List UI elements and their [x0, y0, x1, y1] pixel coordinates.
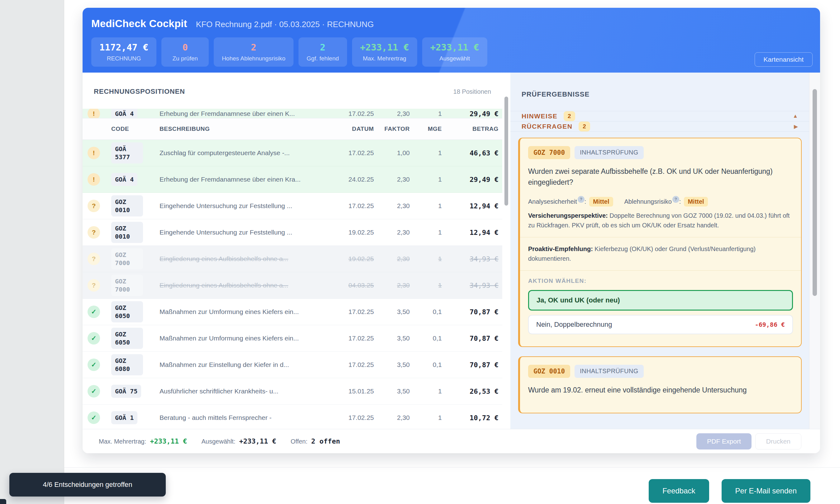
table-row[interactable]: ?GOZ 0010Eingehende Untersuchung zur Fes… [83, 193, 502, 219]
offen-label: Offen: [291, 438, 307, 445]
description-cell: Beratung - auch mittels Fernsprecher - [160, 414, 337, 421]
card-divider [520, 270, 801, 271]
status-cell: ✓ [88, 332, 111, 344]
factor-cell: 2,30 [374, 110, 410, 118]
table-row[interactable]: !GOÄ 5377Zuschlag für computergesteuerte… [83, 140, 502, 166]
table-row[interactable]: ✓GOZ 6080Maßnahmen zur Einstellung der K… [83, 352, 502, 378]
app-title: MediCheck Cockpit [91, 18, 187, 30]
status-cell: ? [88, 253, 111, 265]
table-row[interactable]: !GOÄ 4Erhebung der Fremdanamnese über ei… [83, 109, 502, 118]
amount-cell: 70,87 € [442, 361, 499, 369]
table-row[interactable]: ✓GOZ 6050Maßnahmen zur Umformung eines K… [83, 325, 502, 352]
results-title: PRÜFERGEBNISSE [522, 90, 590, 98]
description-cell: Erhebung der Fremdanamnese über einen K.… [160, 110, 337, 118]
results-sections: HINWEISE2▲RÜCKFRAGEN2▶ [511, 111, 809, 132]
factor-cell: 2,30 [374, 414, 410, 421]
cockpit-header: MediCheck Cockpit KFO Rechnung 2.pdf · 0… [83, 8, 820, 73]
feedback-button[interactable]: Feedback [649, 479, 709, 503]
code-badge: GOZ 7000 [111, 275, 143, 296]
positions-scrollbar-thumb[interactable] [504, 96, 508, 205]
tooltip-question-icon[interactable]: ? [578, 196, 585, 203]
table-row[interactable]: ?GOZ 0010Eingehende Untersuchung zur Fes… [83, 219, 502, 246]
option-label: Ja, OK und UK (oder neu) [537, 296, 620, 304]
table-row[interactable]: ✓GOÄ 75Ausführlicher schriftlicher Krank… [83, 378, 502, 404]
drucken-button[interactable]: Drucken [755, 433, 801, 449]
meta-value-badge: Mittel [589, 197, 613, 206]
code-cell: GOZ 7000 [111, 248, 160, 269]
table-row[interactable]: ✓GOZ 6050Maßnahmen zur Umformung eines K… [83, 299, 502, 325]
kartenansicht-toggle-button[interactable]: Kartenansicht [755, 52, 812, 67]
action-option-button[interactable]: Nein, Doppelberechnung-69,86 € [528, 315, 793, 334]
results-scrollbar-thumb[interactable] [812, 89, 817, 296]
partial-toast-corner [0, 499, 6, 504]
card-code-badge: GOZ 7000 [528, 146, 570, 159]
factor-cell: 3,50 [374, 308, 410, 316]
stat-value: 0 [169, 42, 201, 53]
section-label: RÜCKFRAGEN [522, 123, 572, 130]
description-cell: Maßnahmen zur Umformung eines Kiefers ei… [160, 308, 337, 316]
results-content: PRÜFERGEBNISSE HINWEISE2▲RÜCKFRAGEN2▶ GO… [511, 73, 809, 429]
positions-title: RECHNUNGSPOSITIONEN [94, 88, 185, 96]
insurance-perspective-text: Versicherungsperspektive: Doppelte Berec… [528, 211, 793, 230]
table-row[interactable]: ✓GOÄ 1Beratung - auch mittels Fernsprech… [83, 404, 502, 429]
description-cell: Maßnahmen zur Umformung eines Kiefers ei… [160, 335, 337, 342]
question-status-icon: ? [88, 226, 100, 239]
pruefung-card: GOZ 0010INHALTSPRÜFUNGWurde am 19.02. er… [518, 356, 802, 413]
column-amount: BETRAG [442, 126, 499, 132]
pdf-export-button[interactable]: PDF Export [696, 433, 751, 449]
action-option-button[interactable]: Ja, OK und UK (oder neu) [528, 290, 793, 310]
status-cell: ! [88, 173, 111, 186]
amount-cell: 29,49 € [442, 176, 499, 183]
results-scrollbar[interactable] [809, 73, 820, 429]
header-stat-card: 2Hohes Ablehnungsrisiko [214, 37, 293, 67]
table-row[interactable]: ?GOZ 7000Eingliederung eines Aufbissbehe… [83, 272, 502, 299]
date-cell: 15.01.25 [337, 388, 374, 395]
column-code: CODE [111, 126, 160, 132]
status-cell: ? [88, 226, 111, 239]
section-header-hinweise[interactable]: HINWEISE2▲ [511, 111, 809, 122]
qty-cell: 1 [410, 388, 442, 395]
positions-scrollbar[interactable] [502, 73, 511, 429]
qty-cell: 0,1 [410, 308, 442, 316]
check-status-icon: ✓ [88, 332, 100, 344]
section-count-badge: 2 [578, 122, 590, 131]
stat-value: 2 [307, 42, 339, 53]
section-label: HINWEISE [522, 112, 557, 120]
max-mehrertrag-stat: Max. Mehrertrag: +233,11 € [99, 437, 187, 445]
stat-value: +233,11 € [360, 42, 409, 53]
cockpit-body: RECHNUNGSPOSITIONEN 18 Positionen !GOÄ 4… [83, 73, 820, 429]
code-cell: GOÄ 5377 [111, 142, 160, 164]
question-status-icon: ? [88, 279, 100, 291]
header-stat-card: 0Zu prüfen [161, 37, 209, 67]
table-row[interactable]: !GOÄ 4Erhebung der Fremdanamnese über ei… [83, 166, 502, 193]
code-cell: GOZ 6050 [111, 328, 160, 349]
qty-cell: 1 [410, 229, 442, 236]
qty-cell: 0,1 [410, 335, 442, 342]
section-header-rückfragen[interactable]: RÜCKFRAGEN2▶ [511, 122, 809, 132]
recommendation-text: Proaktiv-Empfehlung: Kieferbezug (OK/UK)… [528, 244, 793, 264]
meta-colon: : [585, 198, 586, 205]
positions-header: RECHNUNGSPOSITIONEN 18 Positionen [83, 73, 502, 109]
offen-stat: Offen: 2 offen [291, 437, 340, 445]
table-row[interactable]: ?GOZ 7000Eingliederung eines Aufbissbehe… [83, 246, 502, 272]
tooltip-question-icon[interactable]: ? [673, 196, 679, 203]
column-description: BESCHREIBUNG [160, 126, 337, 132]
status-cell: ✓ [88, 359, 111, 371]
date-cell: 17.02.25 [337, 361, 374, 368]
code-badge: GOZ 6080 [111, 354, 143, 375]
table-header-row: CODE BESCHREIBUNG DATUM FAKTOR MGE BETRA… [83, 118, 502, 140]
card-badges: GOZ 7000INHALTSPRÜFUNG [528, 146, 793, 159]
check-status-icon: ✓ [88, 359, 100, 371]
code-badge: GOÄ 75 [111, 385, 141, 398]
send-email-button[interactable]: Per E-Mail senden [721, 479, 810, 503]
meta-label: Analysesicherheit [528, 198, 577, 205]
footer-buttons: PDF Export Drucken [696, 433, 801, 449]
code-badge: GOZ 6050 [111, 328, 143, 349]
date-cell: 17.02.25 [337, 335, 374, 342]
amount-cell: 70,87 € [442, 335, 499, 342]
card-badges: GOZ 0010INHALTSPRÜFUNG [528, 365, 793, 378]
description-cell: Maßnahmen zur Einstellung der Kiefer in … [160, 361, 337, 368]
code-badge: GOÄ 5377 [111, 142, 143, 164]
code-cell: GOÄ 4 [111, 109, 160, 118]
factor-cell: 1,00 [374, 149, 410, 157]
